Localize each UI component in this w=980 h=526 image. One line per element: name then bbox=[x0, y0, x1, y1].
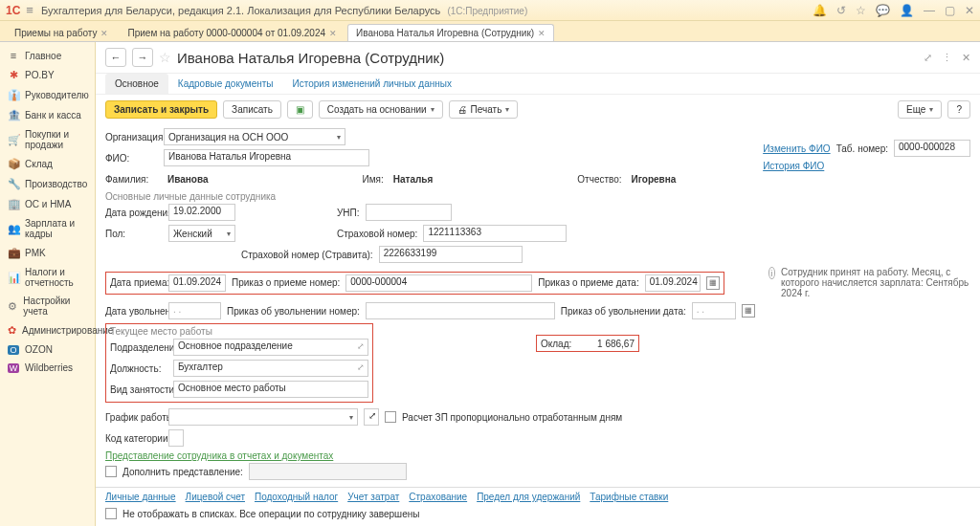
surname-label: Фамилия: bbox=[105, 174, 158, 185]
calendar-icon[interactable]: ▦ bbox=[742, 304, 755, 318]
chat-icon[interactable]: 💬 bbox=[876, 4, 890, 17]
sidebar-item-hr[interactable]: 👥Зарплата и кадры bbox=[0, 214, 95, 243]
order-num-input[interactable]: 0000-000004 bbox=[345, 274, 532, 292]
position-input[interactable]: Бухгалтер⤢ bbox=[173, 360, 368, 377]
menu-icon[interactable]: ≡ bbox=[26, 3, 33, 17]
fire-date-input[interactable]: . . bbox=[168, 302, 221, 319]
prop-calc-checkbox[interactable] bbox=[385, 411, 396, 423]
sidebar-item-bank[interactable]: 🏦Банк и касса bbox=[0, 105, 95, 125]
order-date-label: Приказ о приеме дата: bbox=[538, 277, 638, 288]
wrench-icon: 🔧 bbox=[8, 178, 19, 190]
gender-select[interactable]: Женский bbox=[168, 225, 235, 242]
tab-history[interactable]: История изменений личных данных bbox=[283, 74, 461, 94]
ins-num-input[interactable]: 1221113363 bbox=[423, 225, 567, 242]
maximize-icon[interactable]: ▢ bbox=[945, 4, 955, 17]
expand-icon[interactable]: ⤢ bbox=[924, 52, 932, 64]
tab-employee[interactable]: Иванова Наталья Игоревна (Сотрудник)✕ bbox=[347, 24, 554, 41]
sidebar-item-sales[interactable]: 🛒Покупки и продажи bbox=[0, 125, 95, 154]
org-select[interactable]: Организация на ОСН ООО bbox=[164, 128, 345, 145]
create-based-button[interactable]: Создать на основании▾ bbox=[319, 100, 443, 119]
lookup-icon[interactable]: ⤢ bbox=[357, 362, 365, 372]
suppl-input[interactable] bbox=[249, 463, 407, 480]
emp-type-input[interactable]: Основное место работы bbox=[173, 381, 368, 398]
sidebar-item-settings[interactable]: ⚙Настройки учета bbox=[0, 292, 95, 320]
fire-order-num-input[interactable] bbox=[366, 302, 555, 319]
hide-checkbox[interactable] bbox=[105, 508, 117, 519]
help-button[interactable]: ? bbox=[947, 100, 970, 119]
order-date-input[interactable]: 01.09.2024 bbox=[645, 274, 701, 292]
dept-input[interactable]: Основное подразделение⤢ bbox=[173, 339, 368, 356]
back-button[interactable]: ← bbox=[105, 48, 126, 67]
briefcase-icon: 👔 bbox=[8, 89, 19, 101]
print-button[interactable]: 🖨Печать▾ bbox=[449, 100, 519, 119]
footer-link-limit[interactable]: Предел для удержаний bbox=[477, 492, 580, 502]
lookup-icon[interactable]: ⤢ bbox=[357, 341, 365, 351]
footer-link-insurance[interactable]: Страхование bbox=[409, 492, 467, 502]
footer-link-rates[interactable]: Тарифные ставки bbox=[590, 492, 668, 502]
fire-order-date-input[interactable]: . . bbox=[692, 302, 736, 319]
close-icon[interactable]: ✕ bbox=[100, 29, 108, 38]
home-icon: ≡ bbox=[8, 50, 19, 61]
sidebar-item-admin[interactable]: ✿Администрирование bbox=[0, 320, 95, 340]
sidebar-item-pmk[interactable]: 💼PMK bbox=[0, 243, 95, 263]
sidebar-item-assets[interactable]: 🏢ОС и НМА bbox=[0, 194, 95, 214]
more-button[interactable]: Еще▾ bbox=[898, 100, 942, 119]
sidebar-item-main[interactable]: ≡Главное bbox=[0, 46, 95, 65]
prop-calc-label: Расчет ЗП пропорционально отработанным д… bbox=[402, 412, 622, 423]
save-close-button[interactable]: Записать и закрыть bbox=[105, 100, 217, 119]
save-button[interactable]: Записать bbox=[223, 100, 281, 119]
sidebar-item-stock[interactable]: 📦Склад bbox=[0, 154, 95, 174]
info-icon: i bbox=[768, 267, 775, 279]
page-title: Иванова Наталья Игоревна (Сотрудник) bbox=[177, 50, 444, 66]
tab-hr-docs[interactable]: Кадровые документы bbox=[168, 74, 283, 94]
wb-icon: W bbox=[8, 363, 19, 373]
footer-link-tax[interactable]: Подоходный налог bbox=[255, 492, 338, 502]
close-icon[interactable]: ✕ bbox=[962, 52, 970, 64]
tab-hire-doc[interactable]: Прием на работу 0000-000004 от 01.09.202… bbox=[119, 24, 345, 41]
close-icon[interactable]: ✕ bbox=[965, 4, 974, 17]
fio-input[interactable]: Иванова Наталья Игоревна bbox=[164, 149, 369, 166]
chart-icon: 📊 bbox=[8, 272, 19, 284]
category-input[interactable] bbox=[168, 429, 184, 447]
star-icon[interactable]: ☆ bbox=[856, 4, 866, 17]
schedule-select[interactable] bbox=[168, 408, 358, 426]
forward-button[interactable]: → bbox=[132, 48, 153, 67]
copy-button[interactable]: ▣ bbox=[287, 100, 313, 119]
birthdate-input[interactable]: 19.02.2000 bbox=[168, 204, 235, 221]
footer-link-personal[interactable]: Личные данные bbox=[105, 492, 176, 502]
footer-link-costs[interactable]: Учет затрат bbox=[347, 492, 399, 502]
hire-info-note: i Сотрудник принят на работу. Месяц, с к… bbox=[768, 267, 970, 298]
sidebar-item-poby[interactable]: ✱PO.BY bbox=[0, 65, 95, 85]
minimize-icon[interactable]: — bbox=[924, 4, 935, 17]
user-icon[interactable]: 👤 bbox=[900, 4, 914, 17]
hire-date-input[interactable]: 01.09.2024 bbox=[168, 274, 226, 292]
birthdate-label: Дата рождения: bbox=[105, 208, 163, 218]
nav-sidebar: ≡Главное ✱PO.BY 👔Руководителю 🏦Банк и ка… bbox=[0, 42, 96, 526]
calendar-icon[interactable]: ▦ bbox=[706, 276, 720, 290]
dept-label: Подразделение: bbox=[110, 342, 167, 353]
history-icon[interactable]: ↺ bbox=[836, 4, 846, 17]
patronymic-label: Отчество: bbox=[577, 174, 621, 185]
sidebar-item-production[interactable]: 🔧Производство bbox=[0, 174, 95, 194]
bell-icon[interactable]: 🔔 bbox=[813, 4, 827, 17]
org-label: Организация: bbox=[105, 132, 158, 142]
close-icon[interactable]: ✕ bbox=[329, 29, 337, 38]
tab-hires[interactable]: Приемы на работу✕ bbox=[6, 24, 117, 41]
sidebar-item-wb[interactable]: WWildberries bbox=[0, 359, 95, 377]
sidebar-item-manager[interactable]: 👔Руководителю bbox=[0, 85, 95, 105]
close-icon[interactable]: ✕ bbox=[538, 29, 546, 38]
sidebar-item-taxes[interactable]: 📊Налоги и отчетность bbox=[0, 263, 95, 292]
fire-order-date-label: Приказ об увольнении дата: bbox=[561, 306, 686, 317]
ins-strav-input[interactable]: 2226633199 bbox=[379, 246, 523, 263]
patronymic-value: Игоревна bbox=[628, 174, 677, 185]
sidebar-item-ozon[interactable]: OOZON bbox=[0, 340, 95, 359]
schedule-label: График работы: bbox=[105, 412, 163, 423]
more-icon[interactable]: ⋮ bbox=[942, 52, 952, 64]
unp-input[interactable] bbox=[366, 204, 452, 221]
footer-link-account[interactable]: Лицевой счет bbox=[186, 492, 245, 502]
favorite-icon[interactable]: ☆ bbox=[159, 50, 171, 65]
schedule-lookup[interactable]: ⤢ bbox=[364, 408, 379, 426]
toolbar: Записать и закрыть Записать ▣ Создать на… bbox=[96, 95, 980, 124]
suppl-checkbox[interactable] bbox=[105, 466, 117, 477]
tab-main[interactable]: Основное bbox=[105, 74, 168, 94]
